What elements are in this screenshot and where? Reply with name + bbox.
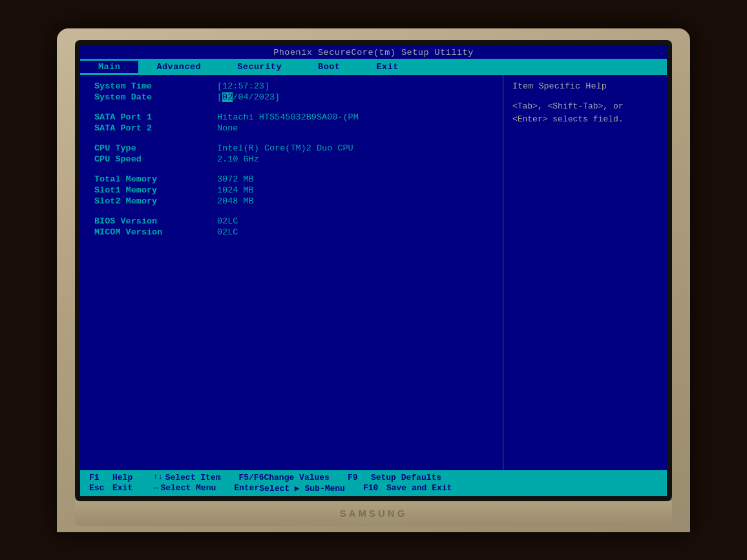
footer-desc-help: Help (112, 473, 132, 482)
cpu-type-value: Intel(R) Core(TM)2 Duo CPU (217, 143, 353, 153)
help-title: Item Specific Help (512, 81, 658, 91)
micom-version-value: 02LC (217, 227, 238, 237)
sata-port2-row: SATA Port 2 None (94, 123, 491, 133)
system-date-value[interactable]: [02/04/2023] (217, 92, 280, 102)
menu-item-main[interactable]: Main (80, 61, 138, 73)
laptop-bottom: SAMSUNG (75, 501, 672, 526)
slot1-memory-label: Slot1 Memory (94, 185, 217, 195)
sata-group: SATA Port 1 Hitachi HTS545032B9SA00-(PM … (94, 112, 491, 134)
menu-item-exit[interactable]: Exit (358, 61, 416, 73)
micom-version-row: MICOM Version 02LC (94, 227, 491, 237)
date-cursor: 02 (222, 92, 233, 102)
footer-key-f1: F1 (89, 473, 112, 482)
brand-label: SAMSUNG (340, 508, 408, 519)
bios-screen: Phoenix SecureCore(tm) Setup Utility Mai… (80, 45, 667, 496)
footer-key-f10: F10 (363, 483, 386, 493)
sata-port1-value: Hitachi HTS545032B9SA00-(PM (217, 112, 359, 122)
screen-bezel: Phoenix SecureCore(tm) Setup Utility Mai… (75, 40, 672, 501)
help-text: <Tab>, <Shift-Tab>, or<Enter> selects fi… (512, 100, 658, 127)
footer-desc-sub-menu: Select ▶ Sub-Menu (259, 483, 345, 493)
cpu-speed-label: CPU Speed (94, 154, 217, 164)
bios-title-bar: Phoenix SecureCore(tm) Setup Utility (80, 45, 667, 59)
sata-port1-row: SATA Port 1 Hitachi HTS545032B9SA00-(PM (94, 112, 491, 122)
laptop-body: Phoenix SecureCore(tm) Setup Utility Mai… (57, 28, 690, 532)
slot2-memory-value: 2048 MB (217, 196, 254, 206)
micom-version-label: MICOM Version (94, 227, 217, 237)
footer-key-f9: F9 (348, 473, 371, 482)
bios-title: Phoenix SecureCore(tm) Setup Utility (273, 48, 474, 57)
footer-arrows-leftright: ↔ (153, 484, 158, 493)
system-date-label: System Date (94, 92, 217, 102)
total-memory-row: Total Memory 3072 MB (94, 174, 491, 184)
footer-arrows-updown: ↑↓ (153, 473, 162, 482)
menu-item-security[interactable]: Security (219, 61, 300, 73)
slot1-memory-value: 1024 MB (217, 185, 254, 195)
sata-port1-label: SATA Port 1 (94, 112, 217, 122)
bios-version-row: BIOS Version 02LC (94, 216, 491, 226)
footer-desc-setup-defaults: Setup Defaults (371, 473, 441, 482)
total-memory-value: 3072 MB (217, 174, 254, 184)
footer-desc-exit: Exit (112, 483, 132, 493)
footer-key-f5f6: F5/F6 (238, 473, 264, 482)
cpu-speed-row: CPU Speed 2.10 GHz (94, 154, 491, 164)
footer-desc-select-item: Select Item (165, 473, 221, 482)
cpu-type-row: CPU Type Intel(R) Core(TM)2 Duo CPU (94, 143, 491, 153)
cpu-speed-value: 2.10 GHz (217, 154, 259, 164)
bios-menu-bar[interactable]: Main Advanced Security Boot Exit (80, 59, 667, 75)
system-date-row: System Date [02/04/2023] (94, 92, 491, 102)
menu-item-advanced[interactable]: Advanced (138, 61, 219, 73)
bios-help-panel: Item Specific Help <Tab>, <Shift-Tab>, o… (503, 75, 667, 470)
bios-body: System Time [12:57:23] System Date [02/0… (80, 75, 667, 470)
footer-key-enter: Enter (234, 483, 259, 493)
footer-desc-save-exit: Save and Exit (386, 483, 452, 493)
cpu-group: CPU Type Intel(R) Core(TM)2 Duo CPU CPU … (94, 143, 491, 165)
total-memory-label: Total Memory (94, 174, 217, 184)
system-time-row: System Time [12:57:23] (94, 81, 491, 91)
footer-row-2: Esc Exit ↔ Select Menu Enter Select ▶ Su… (89, 483, 658, 493)
slot2-memory-row: Slot2 Memory 2048 MB (94, 196, 491, 206)
footer-row-1: F1 Help ↑↓ Select Item F5/F6 Change Valu… (89, 473, 658, 482)
sata-port2-value: None (217, 123, 238, 133)
footer-desc-select-menu: Select Menu (160, 483, 216, 493)
bios-main-panel: System Time [12:57:23] System Date [02/0… (80, 75, 503, 470)
menu-item-boot[interactable]: Boot (300, 61, 358, 73)
footer-key-esc: Esc (89, 483, 112, 493)
slot2-memory-label: Slot2 Memory (94, 196, 217, 206)
slot1-memory-row: Slot1 Memory 1024 MB (94, 185, 491, 195)
cpu-type-label: CPU Type (94, 143, 217, 153)
system-time-label: System Time (94, 81, 217, 91)
memory-group: Total Memory 3072 MB Slot1 Memory 1024 M… (94, 174, 491, 207)
system-time-group: System Time [12:57:23] System Date [02/0… (94, 81, 491, 103)
bios-version-label: BIOS Version (94, 216, 217, 226)
bios-footer: F1 Help ↑↓ Select Item F5/F6 Change Valu… (80, 470, 667, 496)
sata-port2-label: SATA Port 2 (94, 123, 217, 133)
footer-desc-change-values: Change Values (264, 473, 329, 482)
bios-version-value: 02LC (217, 216, 238, 226)
version-group: BIOS Version 02LC MICOM Version 02LC (94, 216, 491, 238)
system-time-value[interactable]: [12:57:23] (217, 81, 269, 91)
